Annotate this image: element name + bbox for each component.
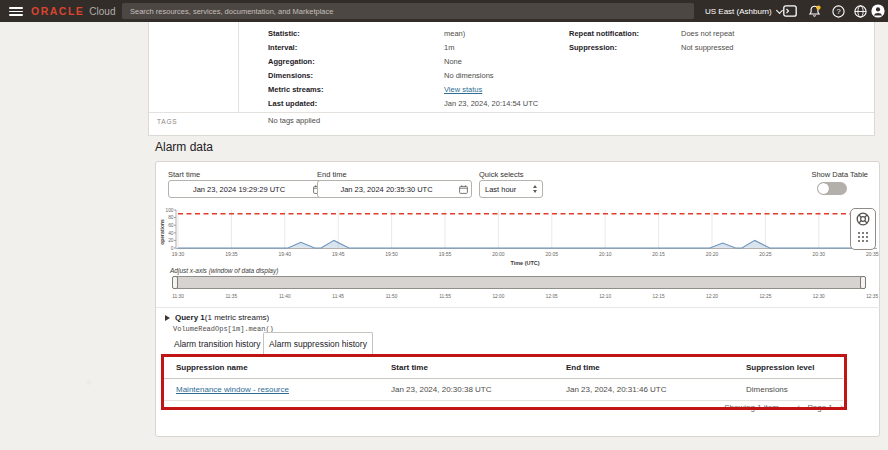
card-divider [156,307,881,308]
table-pagination: Showing 1 item ‹ Page 1 › [156,402,843,412]
svg-text:80: 80 [168,215,174,220]
alarm-metric-chart[interactable]: 02040608010019:3019:3519:4019:4519:5019:… [156,202,881,268]
panel-horizontal-divider [149,112,874,113]
alarm-data-card: Start time End time Quick selects Last h… [155,161,880,437]
xaxis-range-slider[interactable] [172,276,866,289]
query-expression: VolumeReadOps[1m].mean() [173,325,274,333]
stepper-arrows-icon [533,185,537,193]
global-search-input[interactable] [122,3,694,19]
quick-selects-label: Quick selects [479,170,524,179]
svg-text:60: 60 [168,223,174,228]
svg-text:19:40: 19:40 [279,251,292,257]
column-header[interactable]: Suppression name [164,363,379,372]
detail-row: Suppression:Not suppressed [569,40,734,54]
page-next-button[interactable]: › [840,402,843,412]
region-selector[interactable]: US East (Ashburn) [705,0,782,22]
cloud-logo-text: Cloud [89,6,115,17]
start-time-input[interactable] [169,185,309,194]
svg-text:12:05: 12:05 [546,294,558,299]
globe-language-icon[interactable] [850,0,870,22]
suppression-start-cell: Jan 23, 2024, 20:30:38 UTC [379,385,554,394]
svg-text:11:55: 11:55 [439,294,451,299]
svg-text:20:25: 20:25 [759,251,772,257]
column-header[interactable]: Suppression level [734,363,843,372]
svg-text:12:30: 12:30 [813,294,825,299]
quick-selects-value: Last hour [485,185,529,194]
help-icon[interactable]: ? [828,0,848,22]
top-header-bar: ORACLE Cloud US East (Ashburn) ? [0,0,888,22]
svg-text:12:10: 12:10 [599,294,611,299]
svg-text:19:30: 19:30 [172,251,185,257]
cloud-shell-icon[interactable] [780,0,800,22]
svg-text:20:35: 20:35 [866,251,879,257]
svg-text:11:50: 11:50 [386,294,398,299]
suppression-level-cell: Dimensions [734,385,843,394]
svg-text:12:15: 12:15 [653,294,665,299]
detail-row: Dimensions:No dimensions [268,68,494,82]
alarm-details-panel: Statistic:mean) Interval:1m Aggregation:… [148,22,875,136]
query-name[interactable]: Query 1 [175,313,205,322]
column-header[interactable]: Start time [379,363,554,372]
detail-row: Metric streams:View status [268,82,482,96]
svg-text:20:00: 20:00 [492,251,505,257]
slider-tick-labels: 11:3011:3511:4011:4511:5011:5512:0012:05… [156,290,881,302]
slider-left-handle[interactable] [172,276,178,289]
page-indicator[interactable]: Page 1 [807,403,832,412]
query-row: Query 1 (1 metric streams) [165,313,269,322]
alarm-data-heading: Alarm data [155,140,213,154]
show-data-table-toggle[interactable] [817,182,847,195]
detail-row: Repeat notification:Does not repeat [569,26,734,40]
svg-text:20:10: 20:10 [599,251,612,257]
tab-alarm-transition-history[interactable]: Alarm transition history [170,333,264,354]
slider-right-handle[interactable] [860,276,866,289]
detail-row: Last updated:Jan 23, 2024, 20:14:54 UTC [268,96,538,110]
detail-row: Statistic:mean) [268,26,465,40]
user-avatar[interactable] [868,0,888,22]
query-suffix: (1 metric streams) [205,313,269,322]
adjust-xaxis-label: Adjust x-axis (window of data display) [170,267,278,274]
svg-text:19:55: 19:55 [439,251,452,257]
suppression-name-link[interactable]: Maintenance window - resource [176,385,289,394]
svg-text:19:45: 19:45 [332,251,345,257]
svg-text:20:05: 20:05 [546,251,559,257]
end-time-field [317,180,472,198]
hamburger-menu-icon[interactable] [9,7,23,16]
svg-text:?: ? [836,7,840,16]
svg-text:12:20: 12:20 [706,294,718,299]
end-time-label: End time [317,170,347,179]
svg-text:12:00: 12:00 [492,294,504,299]
tab-alarm-suppression-history[interactable]: Alarm suppression history [263,332,373,354]
svg-text:operations: operations [159,219,165,245]
show-data-table-label: Show Data Table [786,170,868,179]
region-label: US East (Ashburn) [705,7,772,16]
svg-text:100: 100 [165,208,173,213]
svg-text:11:30: 11:30 [172,294,184,299]
svg-text:19:35: 19:35 [225,251,238,257]
svg-text:20: 20 [168,238,174,243]
svg-text:40: 40 [168,231,174,236]
end-time-input[interactable] [318,185,455,194]
suppression-history-table: Suppression name Start time End time Sup… [164,357,843,401]
notifications-bell-icon[interactable] [804,0,824,22]
chart-toolbox[interactable] [850,208,876,250]
tags-section-label[interactable]: TAGS [157,118,177,125]
oracle-cloud-logo[interactable]: ORACLE Cloud [31,5,115,17]
oracle-logo-text: ORACLE [31,5,84,17]
svg-text:19:50: 19:50 [385,251,398,257]
expand-arrow-icon[interactable] [165,315,170,321]
column-header[interactable]: End time [554,363,734,372]
page-prev-button[interactable]: ‹ [797,402,800,412]
table-header-row: Suppression name Start time End time Sup… [164,357,843,379]
chart-restore-drag-icons [851,209,875,249]
detail-row: Interval:1m [268,40,454,54]
svg-text:20:20: 20:20 [706,251,719,257]
suppression-end-cell: Jan 23, 2024, 20:31:46 UTC [554,385,734,394]
view-status-link[interactable]: View status [444,85,482,94]
svg-text:20:15: 20:15 [652,251,665,257]
tags-value: No tags applied [268,116,320,125]
start-time-field [168,180,326,198]
calendar-icon[interactable] [455,181,471,197]
quick-selects-dropdown[interactable]: Last hour [479,180,543,198]
page: ORACLE Cloud US East (Ashburn) ? Statist… [0,0,888,450]
start-time-label: Start time [168,170,200,179]
